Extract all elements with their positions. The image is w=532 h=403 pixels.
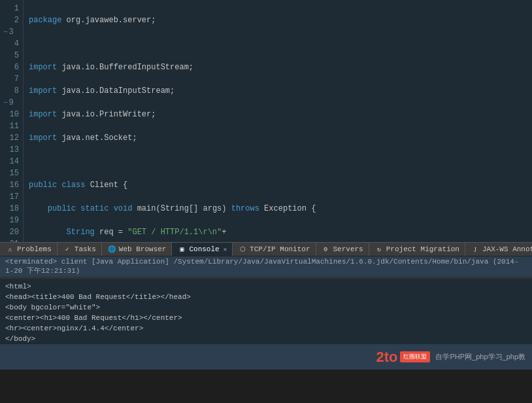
- console-close-icon[interactable]: ✕: [224, 246, 227, 253]
- code-editor: 1 2 —3 4 5 6 7 8 —9 10 11 12 13 14 15 16…: [0, 0, 532, 242]
- code-text[interactable]: package org.javaweb.server; import java.…: [24, 0, 532, 242]
- tab-tasks[interactable]: ✓ Tasks: [58, 242, 102, 256]
- migration-icon: ↻: [374, 245, 384, 254]
- console-output[interactable]: <html> <head><title>400 Bad Request</tit…: [0, 278, 532, 343]
- code-line-4: import java.io.DataInputStream;: [29, 85, 527, 97]
- logo-bar: 2to 红圈联盟 自学PHP网_php学习_php教: [0, 343, 532, 370]
- console-header: <terminated> client [Java Application] /…: [0, 256, 532, 277]
- code-line-9: public static void main(String[] args) t…: [29, 203, 527, 215]
- logo-sub: 自学PHP网_php学习_php教: [435, 352, 525, 362]
- code-line-8: public class Client {: [29, 179, 527, 191]
- tab-servers[interactable]: ⚙ Servers: [316, 242, 369, 256]
- webbrowser-icon: 🌐: [107, 245, 116, 254]
- bottom-tabs-bar: ⚠ Problems ✓ Tasks 🌐 Web Browser ▣ Conso…: [0, 242, 532, 256]
- code-line-3: import java.io.BufferedInputStream;: [29, 61, 527, 73]
- tab-webbrowser[interactable]: 🌐 Web Browser: [102, 242, 173, 256]
- tab-projectmigration-label: Project Migration: [386, 245, 459, 253]
- console-output-text: <html> <head><title>400 Bad Request</tit…: [5, 281, 527, 343]
- tab-tasks-label: Tasks: [75, 245, 96, 253]
- logo-badge: 红圈联盟: [400, 351, 430, 362]
- code-line-5: import java.io.PrintWriter;: [29, 109, 527, 120]
- logo-text: 2to: [376, 349, 397, 366]
- console-icon: ▣: [177, 245, 186, 254]
- jaxws-icon: J: [471, 245, 480, 254]
- tab-tcpip-label: TCP/IP Monitor: [250, 245, 310, 253]
- tab-console-label: Console: [189, 245, 219, 253]
- console-status-text: <terminated> client [Java Application] /…: [5, 258, 519, 275]
- tab-tcpip[interactable]: ⬡ TCP/IP Monitor: [233, 242, 316, 256]
- tab-webbrowser-label: Web Browser: [119, 245, 167, 253]
- tcpip-icon: ⬡: [238, 245, 247, 254]
- tab-jaxws-label: JAX-WS Annotatio: [482, 245, 532, 253]
- code-line-1: package org.javaweb.server;: [29, 14, 527, 26]
- code-line-10: String req = "GET / HTTP/1.1\r\n"+: [29, 226, 527, 238]
- problems-icon: ⚠: [5, 245, 14, 254]
- tab-problems-label: Problems: [17, 245, 52, 253]
- tab-problems[interactable]: ⚠ Problems: [0, 242, 58, 256]
- line-numbers: 1 2 —3 4 5 6 7 8 —9 10 11 12 13 14 15 16…: [0, 0, 24, 242]
- tasks-icon: ✓: [63, 245, 72, 254]
- tab-console[interactable]: ▣ Console ✕: [172, 242, 233, 256]
- code-line-7: [29, 156, 527, 167]
- code-line-2: [29, 38, 527, 50]
- tab-projectmigration[interactable]: ↻ Project Migration: [369, 242, 465, 256]
- servers-icon: ⚙: [322, 245, 331, 254]
- tab-jaxws[interactable]: J JAX-WS Annotatio: [465, 242, 532, 256]
- tab-servers-label: Servers: [333, 245, 363, 253]
- console-status-bar: <terminated> client [Java Application] /…: [0, 256, 532, 278]
- code-line-6: import java.net.Socket;: [29, 132, 527, 144]
